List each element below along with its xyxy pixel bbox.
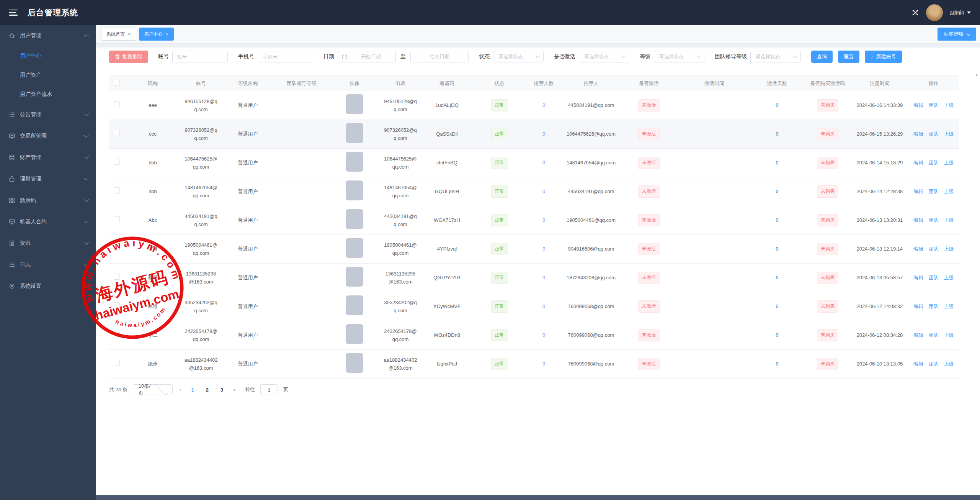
referral-count-link[interactable]: 0 xyxy=(542,131,545,137)
edit-link[interactable]: 编辑 xyxy=(913,160,923,166)
goto-page-input[interactable] xyxy=(260,384,278,395)
sidebar-item-robot-contract[interactable]: 机器人合约 xyxy=(0,211,96,233)
superior-link[interactable]: 上级 xyxy=(944,189,954,194)
referral-count-link[interactable]: 0 xyxy=(542,332,545,338)
end-date-input[interactable]: 结束日期 xyxy=(410,51,469,62)
team-link[interactable]: 团队 xyxy=(929,160,939,166)
sidebar-item-activation-code[interactable]: 激活码 xyxy=(0,190,96,211)
sidebar-item-logs[interactable]: 日志 xyxy=(0,254,96,275)
sidebar-item-user-assets[interactable]: 用户资产 xyxy=(0,66,96,85)
search-button[interactable]: 查询 xyxy=(811,51,833,63)
row-checkbox[interactable] xyxy=(114,187,120,193)
close-icon[interactable]: × xyxy=(166,32,169,37)
superior-link[interactable]: 上级 xyxy=(944,160,954,166)
user-avatar[interactable] xyxy=(926,4,943,21)
row-checkbox[interactable] xyxy=(114,159,120,165)
page-1[interactable]: 1 xyxy=(188,387,197,393)
start-date-input[interactable]: 开始日期 xyxy=(338,51,396,62)
team-link[interactable]: 团队 xyxy=(929,275,939,280)
sidebar-item-user-asset-flow[interactable]: 用户资产流水 xyxy=(0,85,96,104)
page-3[interactable]: 3 xyxy=(217,387,226,393)
superior-link[interactable]: 上级 xyxy=(944,361,954,367)
select-all-checkbox[interactable] xyxy=(114,80,120,86)
next-page-button[interactable]: › xyxy=(232,387,237,393)
edit-link[interactable]: 编辑 xyxy=(913,217,923,223)
superior-link[interactable]: 上级 xyxy=(944,131,954,137)
cell-phone: 1481467054@qq.com xyxy=(381,177,420,206)
row-checkbox[interactable] xyxy=(114,101,120,107)
prev-page-button[interactable]: ‹ xyxy=(178,387,183,393)
sidebar-item-finance[interactable]: 理财管理 xyxy=(0,168,96,190)
cell-nickname: bbb xyxy=(124,149,181,177)
team-link[interactable]: 团队 xyxy=(929,332,939,338)
level-select[interactable]: 请选择状态 xyxy=(654,51,704,62)
bulk-delete-button[interactable]: 批量删除 xyxy=(109,51,148,63)
row-checkbox[interactable] xyxy=(114,302,120,308)
fullscreen-icon[interactable] xyxy=(911,9,919,16)
tab-user-center[interactable]: 用户中心 × xyxy=(139,28,174,41)
edit-link[interactable]: 编辑 xyxy=(913,361,923,367)
row-checkbox[interactable] xyxy=(114,274,120,280)
superior-link[interactable]: 上级 xyxy=(944,102,954,108)
account-input[interactable] xyxy=(172,51,228,62)
team-link[interactable]: 团队 xyxy=(929,102,939,108)
menu-toggle-icon[interactable] xyxy=(9,10,18,16)
edit-link[interactable]: 编辑 xyxy=(913,303,923,309)
sidebar-item-settings[interactable]: 系统设置 xyxy=(0,275,96,297)
row-checkbox[interactable] xyxy=(114,360,120,366)
edit-link[interactable]: 编辑 xyxy=(913,275,923,280)
team-link[interactable]: 团队 xyxy=(929,131,939,137)
team-link[interactable]: 团队 xyxy=(929,361,939,367)
cell-activate-time xyxy=(678,321,751,350)
sidebar-item-user-center[interactable]: 用户中心 xyxy=(0,46,96,66)
edit-link[interactable]: 编辑 xyxy=(913,189,923,194)
referral-count-link[interactable]: 0 xyxy=(542,189,545,194)
team-level-select[interactable]: 请选择状态 xyxy=(750,51,801,62)
superior-link[interactable]: 上级 xyxy=(944,246,954,252)
scrollbar-up-arrow[interactable]: ▲ xyxy=(975,73,978,77)
sidebar-item-exchange[interactable]: 交易所管理 xyxy=(0,125,96,147)
edit-link[interactable]: 编辑 xyxy=(913,246,923,252)
superior-link[interactable]: 上级 xyxy=(944,275,954,280)
row-checkbox[interactable] xyxy=(114,331,120,337)
status-select[interactable]: 请选择状态 xyxy=(493,51,544,62)
create-account-button[interactable]: + 新建账号 xyxy=(865,51,902,63)
referral-count-link[interactable]: 0 xyxy=(542,246,545,252)
sidebar-item-news[interactable]: 资讯 xyxy=(0,233,96,254)
referral-count-link[interactable]: 0 xyxy=(542,102,545,108)
row-checkbox[interactable] xyxy=(114,216,120,222)
cell-activate-days: 0 xyxy=(751,177,804,206)
team-link[interactable]: 团队 xyxy=(929,246,939,252)
referral-count-link[interactable]: 0 xyxy=(542,361,545,367)
cell-team-level xyxy=(275,264,328,292)
user-menu[interactable]: admin xyxy=(950,10,971,16)
tag-options-button[interactable]: 标签选项 xyxy=(938,28,976,41)
edit-link[interactable]: 编辑 xyxy=(913,131,923,137)
horizontal-scrollbar[interactable] xyxy=(96,495,980,500)
sidebar-item-announcement[interactable]: 公告管理 xyxy=(0,104,96,125)
edit-link[interactable]: 编辑 xyxy=(913,332,923,338)
reset-button[interactable]: 重置 xyxy=(838,51,859,63)
phone-input[interactable] xyxy=(258,51,313,62)
row-checkbox[interactable] xyxy=(114,245,120,251)
referral-count-link[interactable]: 0 xyxy=(542,303,545,309)
team-link[interactable]: 团队 xyxy=(929,217,939,223)
referral-count-link[interactable]: 0 xyxy=(542,160,545,166)
superior-link[interactable]: 上级 xyxy=(944,332,954,338)
sidebar-item-user-management[interactable]: 用户管理 xyxy=(0,25,96,46)
page-size-select[interactable]: 10条/页 xyxy=(133,384,173,395)
superior-link[interactable]: 上级 xyxy=(944,217,954,223)
team-link[interactable]: 团队 xyxy=(929,303,939,309)
sidebar-item-assets[interactable]: 财产管理 xyxy=(0,147,96,168)
page-2[interactable]: 2 xyxy=(203,387,212,393)
row-checkbox[interactable] xyxy=(114,130,120,136)
close-icon[interactable]: × xyxy=(128,32,131,37)
activated-select[interactable]: 请选择状态 xyxy=(579,51,629,62)
superior-link[interactable]: 上级 xyxy=(944,303,954,309)
referral-count-link[interactable]: 0 xyxy=(542,217,545,223)
team-link[interactable]: 团队 xyxy=(929,189,939,194)
referral-count-link[interactable]: 0 xyxy=(542,275,545,280)
purchased-badge: 未购买 xyxy=(817,99,838,111)
edit-link[interactable]: 编辑 xyxy=(913,102,923,108)
tab-system-home[interactable]: 系统首页 × xyxy=(101,28,136,41)
